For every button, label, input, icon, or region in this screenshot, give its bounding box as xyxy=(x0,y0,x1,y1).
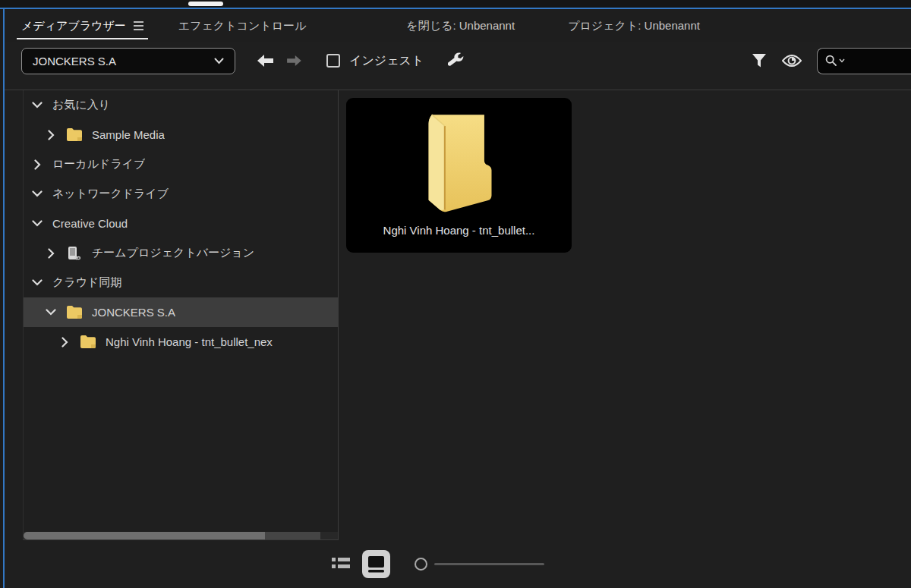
panel-body: お気に入り Sample Media ローカルドライブ ネットワークドライブ C… xyxy=(5,90,911,540)
chevron-down-icon xyxy=(839,58,845,63)
tree-item-team-project-versions[interactable]: チームプロジェクトバージョン xyxy=(24,238,338,268)
tree-item-sample-media[interactable]: Sample Media xyxy=(24,120,338,149)
frame-top-strip xyxy=(0,0,911,8)
open-folder-icon xyxy=(421,112,498,221)
forward-arrow-icon[interactable] xyxy=(285,55,302,67)
tree-item-jonckers[interactable]: JONCKERS S.A xyxy=(24,297,338,327)
tab-label: メディアブラウザー xyxy=(21,19,126,33)
chevron-down-icon xyxy=(214,58,224,64)
chevron-right-icon[interactable] xyxy=(45,247,57,259)
list-view-icon[interactable] xyxy=(332,555,350,574)
tree-item-cloud-sync[interactable]: クラウド同期 xyxy=(24,268,338,297)
panel-drag-handle[interactable] xyxy=(188,2,223,6)
folder-icon xyxy=(66,305,83,319)
directory-dropdown-value: JONCKERS S.A xyxy=(33,55,116,68)
tree-item-favorites[interactable]: お気に入り xyxy=(24,90,338,120)
chevron-down-icon[interactable] xyxy=(31,218,43,230)
folder-tile-label: Nghi Vinh Hoang - tnt_bullet... xyxy=(383,224,535,237)
back-arrow-icon[interactable] xyxy=(257,54,275,68)
panel-menu-icon[interactable] xyxy=(134,21,143,30)
ingest-checkbox[interactable] xyxy=(326,54,340,68)
chevron-right-icon[interactable] xyxy=(31,159,43,171)
chevron-down-icon[interactable] xyxy=(31,277,43,289)
tab-effect-controls[interactable]: エフェクトコントロール xyxy=(174,9,311,42)
search-input[interactable] xyxy=(846,55,900,67)
tree-item-label: チームプロジェクトバージョン xyxy=(92,246,254,260)
tree-item-creative-cloud[interactable]: Creative Cloud xyxy=(24,209,338,238)
tree-item-nghi-vinh-hoang[interactable]: Nghi Vinh Hoang - tnt_bullet_nex xyxy=(24,327,338,357)
search-icon xyxy=(825,55,837,67)
scrollbar-thumb[interactable] xyxy=(24,532,265,539)
media-content-area: Nghi Vinh Hoang - tnt_bullet... xyxy=(339,90,911,540)
search-box[interactable] xyxy=(817,48,911,74)
chevron-down-icon[interactable] xyxy=(31,188,43,200)
tab-project[interactable]: プロジェクト: Unbenannt xyxy=(563,9,705,42)
filter-funnel-icon[interactable] xyxy=(752,53,767,68)
chevron-right-icon[interactable] xyxy=(58,336,71,348)
tree-item-label: JONCKERS S.A xyxy=(92,306,175,319)
media-browser-toolbar: JONCKERS S.A インジェスト xyxy=(5,44,911,77)
chevron-down-icon[interactable] xyxy=(31,99,43,112)
wrench-icon[interactable] xyxy=(448,52,465,69)
panel-tab-bar: メディアブラウザー エフェクトコントロール を閉じる: Unbenannt プロ… xyxy=(5,9,911,42)
tab-media-browser[interactable]: メディアブラウザー xyxy=(17,9,148,42)
folder-icon xyxy=(80,335,96,349)
tree-item-label: お気に入り xyxy=(52,98,110,112)
folder-tile[interactable]: Nghi Vinh Hoang - tnt_bullet... xyxy=(346,98,572,253)
zoom-slider-knob[interactable] xyxy=(415,558,427,571)
chevron-down-icon[interactable] xyxy=(45,307,57,319)
chevron-right-icon[interactable] xyxy=(45,129,57,141)
tab-close-project[interactable]: を閉じる: Unbenannt xyxy=(402,9,519,42)
tree-item-label: Creative Cloud xyxy=(52,217,128,230)
tree-item-label: Sample Media xyxy=(92,128,165,141)
team-project-icon xyxy=(66,246,83,260)
folder-tree: お気に入り Sample Media ローカルドライブ ネットワークドライブ C… xyxy=(23,90,339,540)
tab-label: エフェクトコントロール xyxy=(178,19,307,33)
tree-item-label: クラウド同期 xyxy=(52,275,121,290)
tab-label: プロジェクト: Unbenannt xyxy=(568,19,700,33)
zoom-slider-track[interactable] xyxy=(434,563,544,565)
tree-item-label: Nghi Vinh Hoang - tnt_bullet_nex xyxy=(106,335,273,348)
scrollbar-track[interactable] xyxy=(265,532,320,539)
directory-dropdown[interactable]: JONCKERS S.A xyxy=(21,48,235,74)
media-browser-panel: メディアブラウザー エフェクトコントロール を閉じる: Unbenannt プロ… xyxy=(5,9,911,588)
tree-item-label: ネットワークドライブ xyxy=(52,187,169,201)
horizontal-scrollbar[interactable] xyxy=(24,532,338,539)
tree-item-network-drives[interactable]: ネットワークドライブ xyxy=(24,179,338,209)
tree-item-local-drives[interactable]: ローカルドライブ xyxy=(24,149,338,179)
eye-icon[interactable] xyxy=(782,54,802,68)
ingest-label: インジェスト xyxy=(349,53,424,69)
bottom-bar xyxy=(5,540,911,588)
tab-label: を閉じる: Unbenannt xyxy=(406,19,515,33)
thumbnail-view-icon[interactable] xyxy=(362,550,390,578)
folder-icon xyxy=(66,127,83,142)
tree-item-label: ローカルドライブ xyxy=(52,157,145,171)
